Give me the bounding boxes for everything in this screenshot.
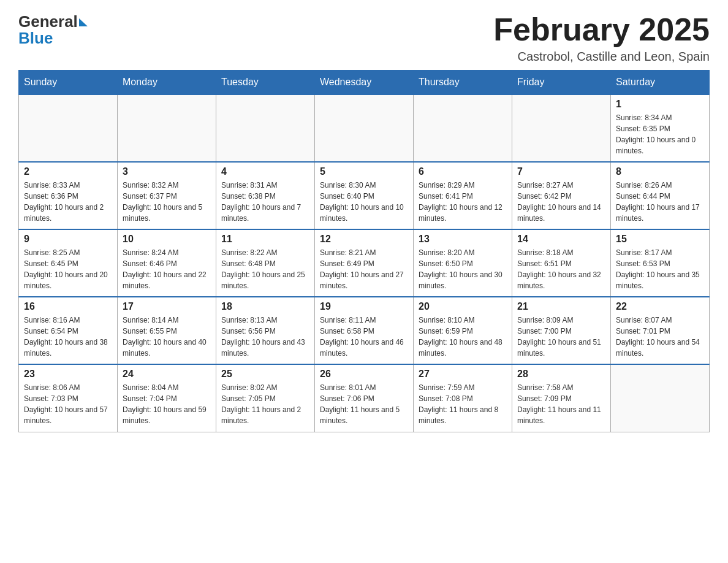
- header-saturday: Saturday: [611, 71, 710, 95]
- day-number: 17: [123, 301, 211, 312]
- day-info: Sunrise: 7:59 AMSunset: 7:08 PMDaylight:…: [419, 382, 507, 426]
- calendar-week-row: 23Sunrise: 8:06 AMSunset: 7:03 PMDayligh…: [19, 364, 710, 432]
- day-number: 23: [24, 369, 112, 380]
- day-info: Sunrise: 8:32 AMSunset: 6:37 PMDaylight:…: [123, 180, 211, 224]
- calendar-day-cell: [216, 94, 315, 162]
- header-friday: Friday: [512, 71, 611, 95]
- calendar-day-cell: [611, 364, 710, 432]
- calendar-day-cell: 15Sunrise: 8:17 AMSunset: 6:53 PMDayligh…: [611, 229, 710, 297]
- calendar-day-cell: 19Sunrise: 8:11 AMSunset: 6:58 PMDayligh…: [315, 297, 414, 364]
- day-number: 10: [123, 234, 211, 245]
- day-info: Sunrise: 8:26 AMSunset: 6:44 PMDaylight:…: [616, 180, 704, 224]
- calendar-day-cell: 14Sunrise: 8:18 AMSunset: 6:51 PMDayligh…: [512, 229, 611, 297]
- day-number: 5: [320, 166, 408, 177]
- calendar-day-cell: [414, 94, 512, 162]
- title-block: February 2025 Castrobol, Castille and Le…: [493, 12, 710, 64]
- day-info: Sunrise: 8:13 AMSunset: 6:56 PMDaylight:…: [221, 315, 309, 359]
- day-info: Sunrise: 7:58 AMSunset: 7:09 PMDaylight:…: [517, 382, 605, 426]
- day-info: Sunrise: 8:09 AMSunset: 7:00 PMDaylight:…: [517, 315, 605, 359]
- day-number: 22: [616, 301, 704, 312]
- day-info: Sunrise: 8:33 AMSunset: 6:36 PMDaylight:…: [24, 180, 112, 224]
- calendar-day-cell: 28Sunrise: 7:58 AMSunset: 7:09 PMDayligh…: [512, 364, 611, 432]
- day-info: Sunrise: 8:18 AMSunset: 6:51 PMDaylight:…: [517, 247, 605, 291]
- day-info: Sunrise: 8:29 AMSunset: 6:41 PMDaylight:…: [419, 180, 507, 224]
- day-number: 6: [419, 166, 507, 177]
- month-title: February 2025: [493, 12, 710, 47]
- calendar-week-row: 9Sunrise: 8:25 AMSunset: 6:45 PMDaylight…: [19, 229, 710, 297]
- header-wednesday: Wednesday: [315, 71, 414, 95]
- calendar-day-cell: 23Sunrise: 8:06 AMSunset: 7:03 PMDayligh…: [19, 364, 118, 432]
- day-info: Sunrise: 8:04 AMSunset: 7:04 PMDaylight:…: [123, 382, 211, 426]
- day-info: Sunrise: 8:25 AMSunset: 6:45 PMDaylight:…: [24, 247, 112, 291]
- weekday-header-row: Sunday Monday Tuesday Wednesday Thursday…: [19, 71, 710, 95]
- calendar-day-cell: 26Sunrise: 8:01 AMSunset: 7:06 PMDayligh…: [315, 364, 414, 432]
- day-number: 12: [320, 234, 408, 245]
- calendar-day-cell: [315, 94, 414, 162]
- calendar-day-cell: 25Sunrise: 8:02 AMSunset: 7:05 PMDayligh…: [216, 364, 315, 432]
- day-info: Sunrise: 8:27 AMSunset: 6:42 PMDaylight:…: [517, 180, 605, 224]
- day-info: Sunrise: 8:31 AMSunset: 6:38 PMDaylight:…: [221, 180, 309, 224]
- logo-blue-text: Blue: [18, 29, 53, 48]
- calendar-day-cell: [512, 94, 611, 162]
- day-info: Sunrise: 8:14 AMSunset: 6:55 PMDaylight:…: [123, 315, 211, 359]
- calendar-day-cell: 22Sunrise: 8:07 AMSunset: 7:01 PMDayligh…: [611, 297, 710, 364]
- day-number: 20: [419, 301, 507, 312]
- calendar-day-cell: 9Sunrise: 8:25 AMSunset: 6:45 PMDaylight…: [19, 229, 118, 297]
- day-number: 9: [24, 234, 112, 245]
- day-number: 15: [616, 234, 704, 245]
- day-number: 7: [517, 166, 605, 177]
- day-number: 16: [24, 301, 112, 312]
- calendar-day-cell: 27Sunrise: 7:59 AMSunset: 7:08 PMDayligh…: [414, 364, 512, 432]
- calendar-day-cell: 2Sunrise: 8:33 AMSunset: 6:36 PMDaylight…: [19, 162, 118, 229]
- day-number: 14: [517, 234, 605, 245]
- header-tuesday: Tuesday: [216, 71, 315, 95]
- day-number: 21: [517, 301, 605, 312]
- day-info: Sunrise: 8:07 AMSunset: 7:01 PMDaylight:…: [616, 315, 704, 359]
- location-title: Castrobol, Castille and Leon, Spain: [493, 50, 710, 64]
- day-number: 2: [24, 166, 112, 177]
- day-info: Sunrise: 8:10 AMSunset: 6:59 PMDaylight:…: [419, 315, 507, 359]
- calendar-week-row: 1Sunrise: 8:34 AMSunset: 6:35 PMDaylight…: [19, 94, 710, 162]
- calendar-day-cell: 11Sunrise: 8:22 AMSunset: 6:48 PMDayligh…: [216, 229, 315, 297]
- day-number: 11: [221, 234, 309, 245]
- calendar-day-cell: 16Sunrise: 8:16 AMSunset: 6:54 PMDayligh…: [19, 297, 118, 364]
- day-info: Sunrise: 8:20 AMSunset: 6:50 PMDaylight:…: [419, 247, 507, 291]
- day-number: 18: [221, 301, 309, 312]
- header-thursday: Thursday: [414, 71, 512, 95]
- day-number: 3: [123, 166, 211, 177]
- day-info: Sunrise: 8:17 AMSunset: 6:53 PMDaylight:…: [616, 247, 704, 291]
- day-info: Sunrise: 8:06 AMSunset: 7:03 PMDaylight:…: [24, 382, 112, 426]
- day-number: 24: [123, 369, 211, 380]
- calendar-day-cell: 7Sunrise: 8:27 AMSunset: 6:42 PMDaylight…: [512, 162, 611, 229]
- calendar-day-cell: [118, 94, 216, 162]
- page-header: General Blue February 2025 Castrobol, Ca…: [18, 12, 710, 64]
- day-info: Sunrise: 8:34 AMSunset: 6:35 PMDaylight:…: [616, 112, 704, 156]
- calendar-day-cell: 12Sunrise: 8:21 AMSunset: 6:49 PMDayligh…: [315, 229, 414, 297]
- calendar-week-row: 2Sunrise: 8:33 AMSunset: 6:36 PMDaylight…: [19, 162, 710, 229]
- day-number: 4: [221, 166, 309, 177]
- calendar-day-cell: 13Sunrise: 8:20 AMSunset: 6:50 PMDayligh…: [414, 229, 512, 297]
- calendar-day-cell: 6Sunrise: 8:29 AMSunset: 6:41 PMDaylight…: [414, 162, 512, 229]
- logo: General Blue: [18, 12, 88, 48]
- calendar-day-cell: 17Sunrise: 8:14 AMSunset: 6:55 PMDayligh…: [118, 297, 216, 364]
- calendar-table: Sunday Monday Tuesday Wednesday Thursday…: [18, 70, 710, 432]
- calendar-day-cell: 8Sunrise: 8:26 AMSunset: 6:44 PMDaylight…: [611, 162, 710, 229]
- calendar-day-cell: 18Sunrise: 8:13 AMSunset: 6:56 PMDayligh…: [216, 297, 315, 364]
- day-info: Sunrise: 8:21 AMSunset: 6:49 PMDaylight:…: [320, 247, 408, 291]
- calendar-day-cell: 3Sunrise: 8:32 AMSunset: 6:37 PMDaylight…: [118, 162, 216, 229]
- day-number: 19: [320, 301, 408, 312]
- day-number: 27: [419, 369, 507, 380]
- logo-arrow-icon: [79, 18, 88, 26]
- calendar-day-cell: 21Sunrise: 8:09 AMSunset: 7:00 PMDayligh…: [512, 297, 611, 364]
- day-info: Sunrise: 8:02 AMSunset: 7:05 PMDaylight:…: [221, 382, 309, 426]
- calendar-day-cell: 10Sunrise: 8:24 AMSunset: 6:46 PMDayligh…: [118, 229, 216, 297]
- header-sunday: Sunday: [19, 71, 118, 95]
- calendar-day-cell: [19, 94, 118, 162]
- day-number: 28: [517, 369, 605, 380]
- day-number: 25: [221, 369, 309, 380]
- calendar-day-cell: 4Sunrise: 8:31 AMSunset: 6:38 PMDaylight…: [216, 162, 315, 229]
- day-info: Sunrise: 8:11 AMSunset: 6:58 PMDaylight:…: [320, 315, 408, 359]
- day-number: 1: [616, 99, 704, 110]
- day-info: Sunrise: 8:01 AMSunset: 7:06 PMDaylight:…: [320, 382, 408, 426]
- calendar-day-cell: 5Sunrise: 8:30 AMSunset: 6:40 PMDaylight…: [315, 162, 414, 229]
